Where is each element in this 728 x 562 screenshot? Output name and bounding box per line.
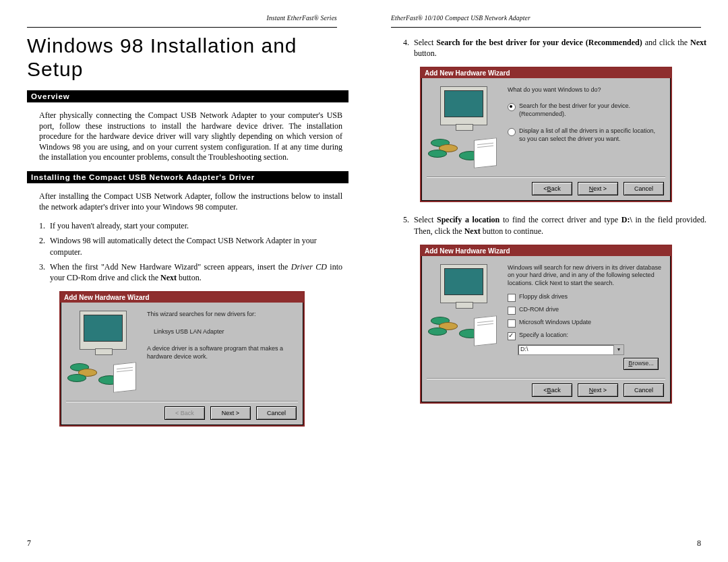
step-body: If you haven't already, start your compu…	[50, 220, 342, 231]
back-button[interactable]: < Back	[532, 182, 572, 195]
italic-text: Driver CD	[291, 262, 327, 272]
text: button to continue.	[481, 226, 543, 236]
dialog-intro: Windows will search for new drivers in i…	[508, 264, 663, 288]
step-2: 2. Windows 98 will automatically detect …	[39, 235, 342, 257]
step-num: 4.	[403, 37, 414, 59]
device-name: Linksys USB LAN Adapter	[154, 328, 295, 336]
dialog-body: This wizard searches for new drivers for…	[61, 303, 303, 401]
step-num: 3.	[39, 261, 50, 283]
dialog-title: Add New Hardware Wizard	[421, 246, 671, 256]
step-body: Select Specify a location to find the co…	[414, 214, 706, 236]
checkbox-cdrom[interactable]: CD-ROM drive	[508, 306, 663, 315]
back-button[interactable]: < Back	[532, 383, 572, 397]
dialog-body: Windows will search for new drivers in i…	[421, 256, 671, 378]
page-title: Windows 98 Installation and Setup	[27, 34, 337, 81]
text: to find the correct driver and type	[499, 215, 621, 224]
wizard-illustration-icon	[66, 308, 140, 396]
next-button[interactable]: Next >	[578, 182, 618, 195]
radio-label: Display a list of all the drivers in a s…	[519, 127, 663, 143]
dialog-button-row: < Back Next > Cancel	[421, 379, 671, 402]
field-value: D:\	[520, 346, 528, 354]
checkbox-label: CD-ROM drive	[519, 306, 559, 314]
header-rule: Instant EtherFast® Series	[27, 15, 337, 28]
step-5: 5. Select Specify a location to find the…	[403, 214, 706, 236]
dialog-content: Windows will search for new drivers in i…	[501, 261, 665, 373]
radio-icon	[508, 128, 516, 136]
step-num: 1.	[39, 220, 50, 231]
step-num: 5.	[403, 214, 414, 236]
wizard-dialog-1: Add New Hardware Wizard This wizard sear…	[59, 291, 305, 427]
wizard-dialog-3: Add New Hardware Wizard Windows will sea…	[420, 245, 672, 404]
wizard-dialog-2: Add New Hardware Wizard What do you want…	[420, 67, 672, 202]
cancel-button[interactable]: Cancel	[624, 383, 664, 397]
bold-text: D:\	[621, 215, 632, 224]
checkbox-icon	[508, 294, 516, 302]
header-rule: EtherFast® 10/100 Compact USB Network Ad…	[391, 15, 701, 28]
radio-label: Search for the best driver for your devi…	[519, 102, 663, 118]
next-button[interactable]: Next >	[578, 383, 618, 397]
step-body: Select Search for the best driver for yo…	[414, 37, 706, 59]
left-page-header: Instant EtherFast® Series	[266, 15, 337, 22]
step-4: 4. Select Search for the best driver for…	[403, 37, 706, 59]
dialog-content: What do you want Windows to do? Search f…	[501, 84, 665, 171]
text: Select	[414, 38, 436, 47]
bold-text: Specify a location	[437, 215, 499, 224]
radio-icon	[508, 103, 516, 111]
bold-text: Next	[690, 38, 706, 47]
checkbox-specify-location[interactable]: Specify a location:	[508, 332, 663, 340]
step-body: Windows 98 will automatically detect the…	[50, 235, 342, 257]
page-number: 7	[27, 538, 31, 549]
checkbox-icon	[508, 319, 516, 327]
bold-text: Search for the best driver for your devi…	[436, 38, 642, 47]
bold-text: Next	[464, 226, 481, 236]
checkbox-label: Specify a location:	[519, 332, 568, 340]
dialog-body: What do you want Windows to do? Search f…	[421, 78, 671, 177]
dialog-prompt: What do you want Windows to do?	[508, 86, 663, 94]
install-intro: After installing the Compact USB Network…	[39, 191, 342, 212]
checkbox-label: Floppy disk drives	[519, 293, 568, 301]
cancel-button[interactable]: Cancel	[624, 182, 664, 195]
step-3: 3. When the first "Add New Hardware Wiza…	[39, 261, 342, 283]
step-num: 2.	[39, 235, 50, 257]
right-page-header: EtherFast® 10/100 Compact USB Network Ad…	[391, 15, 530, 22]
back-button[interactable]: < Back	[164, 406, 205, 420]
radio-option-recommended[interactable]: Search for the best driver for your devi…	[508, 102, 663, 118]
checkbox-label: Microsoft Windows Update	[519, 319, 591, 327]
text: and click the	[642, 38, 690, 47]
checkbox-icon	[508, 307, 516, 315]
checkbox-windows-update[interactable]: Microsoft Windows Update	[508, 319, 663, 327]
dialog-button-row: < Back Next > Cancel	[421, 178, 671, 201]
wizard-illustration-icon	[427, 261, 501, 349]
text: Select	[414, 215, 437, 224]
wizard-illustration-icon	[427, 84, 501, 171]
bold-text: Next	[160, 273, 177, 282]
step-body: When the first "Add New Hardware Wizard"…	[50, 261, 342, 283]
cancel-button[interactable]: Cancel	[256, 406, 297, 420]
dialog-content: This wizard searches for new drivers for…	[140, 308, 298, 396]
section-install-title: Installing the Compact USB Network Adapt…	[27, 171, 348, 183]
text: button.	[177, 273, 202, 282]
step-1: 1. If you haven't already, start your co…	[39, 220, 342, 231]
dialog-title: Add New Hardware Wizard	[421, 68, 671, 78]
section-overview-title: Overview	[27, 90, 348, 102]
dialog-title: Add New Hardware Wizard	[61, 292, 303, 303]
right-page: EtherFast® 10/100 Compact USB Network Ad…	[364, 0, 728, 562]
dropdown-arrow-icon[interactable]: ▼	[613, 345, 624, 354]
text: button.	[414, 49, 437, 58]
text: When the first "Add New Hardware Wizard"…	[50, 262, 291, 272]
left-page: Instant EtherFast® Series Windows 98 Ins…	[0, 0, 364, 562]
location-field[interactable]: D:\ ▼	[518, 344, 624, 355]
page-number: 8	[697, 538, 701, 549]
checkbox-icon	[508, 332, 516, 340]
overview-body: After physically connecting the Compact …	[39, 111, 342, 163]
dialog-button-row: < Back Next > Cancel	[61, 402, 303, 425]
browse-button[interactable]: Browse...	[624, 358, 659, 370]
checkbox-floppy[interactable]: Floppy disk drives	[508, 293, 663, 302]
dialog-text: This wizard searches for new drivers for…	[147, 311, 295, 319]
next-button[interactable]: Next >	[210, 406, 251, 420]
dialog-text: A device driver is a software program th…	[147, 345, 295, 361]
radio-option-list[interactable]: Display a list of all the drivers in a s…	[508, 127, 663, 143]
